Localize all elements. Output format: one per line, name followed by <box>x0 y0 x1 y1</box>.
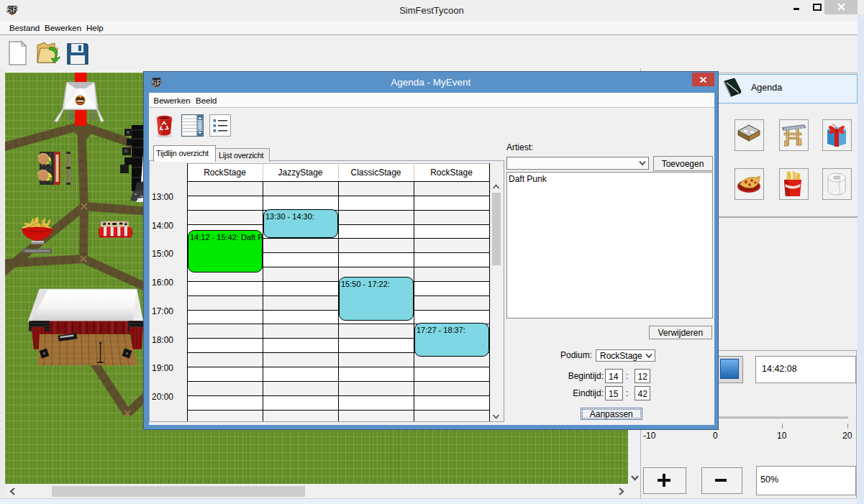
svg-text:SF: SF <box>6 5 17 15</box>
